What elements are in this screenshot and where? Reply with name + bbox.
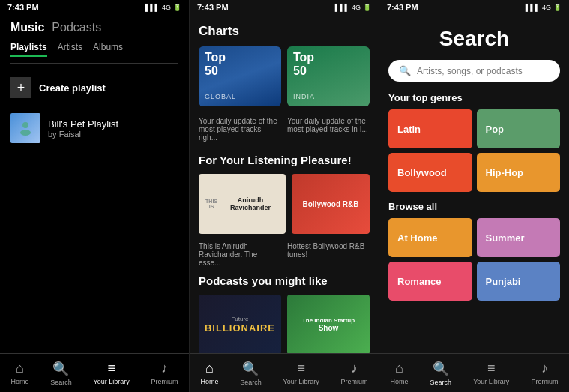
browse-summer[interactable]: Summer <box>477 218 561 257</box>
card-anirudh[interactable]: THIS IS Anirudh Ravichander <box>199 174 286 234</box>
nav-premium-right[interactable]: ♪ Premium <box>531 361 558 385</box>
left-panel: 7:43 PM ▌▌▌ 4G 🔋 Music Podcasts Playlist… <box>0 0 190 392</box>
charts-row: Top50 GLOBAL Top50 INDIA <box>199 46 370 106</box>
nav-home-mid[interactable]: ⌂ Home <box>200 361 218 385</box>
browse-title: Browse all <box>388 201 560 212</box>
search-icon-left: 🔍 <box>52 361 69 377</box>
mid-content: Top50 GLOBAL Top50 INDIA Your daily upda… <box>190 46 379 353</box>
nav-library-mid[interactable]: ≡ Your Library <box>283 361 319 385</box>
status-bar-left: 7:43 PM ▌▌▌ 4G 🔋 <box>0 0 189 15</box>
nav-home-label-left: Home <box>10 378 28 385</box>
nav-library-label-mid: Your Library <box>283 378 319 385</box>
svg-point-1 <box>20 130 31 136</box>
premium-icon-right: ♪ <box>541 361 548 376</box>
library-icon-right: ≡ <box>487 361 496 376</box>
chart-global-desc: Your daily update of the most played tra… <box>199 117 281 142</box>
tab-music[interactable]: Music <box>10 21 44 34</box>
chart-india-sub: INDIA <box>293 93 315 100</box>
podcasts-section-title: Podcasts you might like <box>199 274 370 287</box>
nav-premium-label-mid: Premium <box>341 378 368 385</box>
nav-library-left[interactable]: ≡ Your Library <box>94 361 130 385</box>
genre-latin-label: Latin <box>397 124 421 135</box>
genre-pop[interactable]: Pop <box>477 109 561 148</box>
browse-athome-label: At Home <box>397 232 437 244</box>
nav-search-label-mid: Search <box>240 379 262 386</box>
chart-india[interactable]: Top50 INDIA <box>287 46 370 106</box>
search-icon-right-nav: 🔍 <box>433 361 449 377</box>
podcast-startup[interactable]: The Indian Startup Show <box>287 295 370 353</box>
nav-home-label-mid: Home <box>200 378 218 385</box>
podcast-cards-row: Future BILLIONAIRE The Indian Startup Sh… <box>199 295 370 353</box>
tab-albums[interactable]: Albums <box>93 42 123 57</box>
genre-latin[interactable]: Latin <box>388 109 472 148</box>
bottom-nav-mid: ⌂ Home 🔍 Search ≡ Your Library ♪ Premium <box>190 353 379 392</box>
mid-panel: 7:43 PM ▌▌▌ 4G 🔋 Charts Top50 GLOBAL Top… <box>190 0 379 392</box>
browse-romance[interactable]: Romance <box>388 262 472 301</box>
genre-pop-label: Pop <box>486 124 505 135</box>
nav-premium-left[interactable]: ♪ Premium <box>151 361 178 385</box>
nav-home-right[interactable]: ⌂ Home <box>391 361 409 385</box>
playlist-name: Bill's Pet Playlist <box>48 118 118 130</box>
time-left: 7:43 PM <box>7 3 39 12</box>
browse-grid: At Home Summer Romance Punjabi <box>388 218 560 301</box>
podcast-billionaire[interactable]: Future BILLIONAIRE <box>199 295 281 353</box>
tab-podcasts[interactable]: Podcasts <box>52 21 101 34</box>
home-icon: ⌂ <box>16 361 24 376</box>
nav-search-left[interactable]: 🔍 Search <box>50 361 72 386</box>
search-box[interactable]: 🔍 Artists, songs, or podcasts <box>388 60 560 82</box>
nav-library-label-right: Your Library <box>473 378 509 385</box>
nav-premium-label-left: Premium <box>151 378 178 385</box>
right-panel: 7:43 PM ▌▌▌ 4G 🔋 Search 🔍 Artists, songs… <box>379 0 569 392</box>
music-cards-row: THIS IS Anirudh Ravichander Bollywood R&… <box>199 174 370 234</box>
chart-global-label: Top50 <box>205 51 226 77</box>
search-page-title: Search <box>388 27 560 51</box>
browse-romance-label: Romance <box>397 276 442 287</box>
bottom-nav-right: ⌂ Home 🔍 Search ≡ Your Library ♪ Premium <box>379 353 569 392</box>
home-icon-right: ⌂ <box>395 361 403 376</box>
nav-home-left[interactable]: ⌂ Home <box>10 361 28 385</box>
genre-bollywood[interactable]: Bollywood <box>388 153 472 192</box>
browse-punjabi[interactable]: Punjabi <box>477 262 561 301</box>
time-mid: 7:43 PM <box>197 3 229 12</box>
browse-punjabi-label: Punjabi <box>486 276 521 287</box>
playlist-by: by Faisal <box>48 130 118 139</box>
search-placeholder: Artists, songs, or podcasts <box>417 66 523 76</box>
nav-premium-mid[interactable]: ♪ Premium <box>341 361 368 385</box>
library-icon-mid: ≡ <box>297 361 305 376</box>
charts-title: Charts <box>199 24 370 39</box>
genres-grid: Latin Pop Bollywood Hip-Hop <box>388 109 560 192</box>
search-icon-mid: 🔍 <box>242 361 259 377</box>
left-header: Music Podcasts Playlists Artists Albums <box>0 15 189 68</box>
playlist-info: Bill's Pet Playlist by Faisal <box>48 118 118 139</box>
mid-section-header: Charts <box>190 15 379 46</box>
search-icon-right: 🔍 <box>399 65 411 76</box>
genres-title: Your top genres <box>388 92 560 103</box>
chart-global-sub: GLOBAL <box>205 93 236 100</box>
browse-summer-label: Summer <box>486 232 525 244</box>
home-icon-mid: ⌂ <box>205 361 214 376</box>
create-playlist-row[interactable]: + Create playlist <box>0 68 189 107</box>
nav-search-label-right: Search <box>430 379 452 386</box>
genre-hiphop[interactable]: Hip-Hop <box>477 153 561 192</box>
main-tabs: Music Podcasts <box>10 21 178 34</box>
nav-search-label-left: Search <box>50 379 72 386</box>
anirudh-desc: This is Anirudh Ravichander. The esse... <box>199 242 281 267</box>
svg-point-0 <box>22 122 28 128</box>
chart-global[interactable]: Top50 GLOBAL <box>199 46 281 106</box>
nav-library-right[interactable]: ≡ Your Library <box>473 361 509 385</box>
tab-artists[interactable]: Artists <box>58 42 82 57</box>
nav-search-right[interactable]: 🔍 Search <box>430 361 452 386</box>
premium-icon-left: ♪ <box>161 361 168 376</box>
tab-playlists[interactable]: Playlists <box>10 42 47 57</box>
nav-premium-label-right: Premium <box>531 378 558 385</box>
chart-india-label: Top50 <box>293 51 314 77</box>
time-right: 7:43 PM <box>387 3 418 12</box>
create-playlist-label: Create playlist <box>39 82 106 94</box>
sub-tabs: Playlists Artists Albums <box>10 42 178 64</box>
browse-athome[interactable]: At Home <box>388 218 472 257</box>
playlist-item[interactable]: Bill's Pet Playlist by Faisal <box>0 107 189 149</box>
playlist-thumbnail <box>10 113 40 143</box>
premium-icon-mid: ♪ <box>351 361 358 376</box>
card-bollywood[interactable]: Bollywood R&B <box>292 174 370 234</box>
nav-search-mid[interactable]: 🔍 Search <box>240 361 262 386</box>
